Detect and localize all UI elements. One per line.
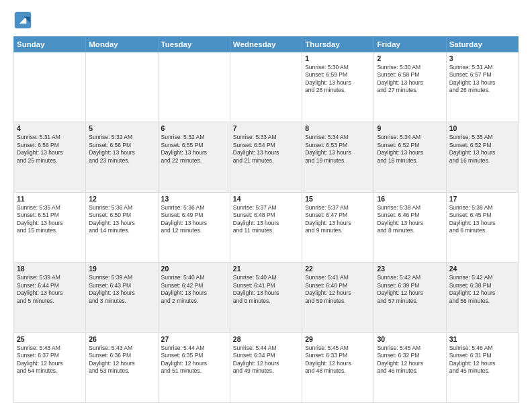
col-header-friday: Friday bbox=[374, 37, 446, 52]
day-number: 17 bbox=[449, 195, 515, 203]
day-info: Sunrise: 5:41 AM Sunset: 6:40 PM Dayligh… bbox=[305, 274, 371, 305]
day-info: Sunrise: 5:36 AM Sunset: 6:50 PM Dayligh… bbox=[89, 204, 154, 235]
day-number: 7 bbox=[233, 124, 299, 132]
day-cell: 5Sunrise: 5:32 AM Sunset: 6:56 PM Daylig… bbox=[86, 122, 158, 192]
day-info: Sunrise: 5:42 AM Sunset: 6:38 PM Dayligh… bbox=[449, 274, 515, 305]
day-cell: 22Sunrise: 5:41 AM Sunset: 6:40 PM Dayli… bbox=[302, 263, 374, 332]
day-cell: 16Sunrise: 5:38 AM Sunset: 6:46 PM Dayli… bbox=[374, 192, 446, 262]
day-cell: 15Sunrise: 5:37 AM Sunset: 6:47 PM Dayli… bbox=[302, 192, 374, 262]
day-cell: 29Sunrise: 5:45 AM Sunset: 6:33 PM Dayli… bbox=[302, 332, 374, 402]
col-header-wednesday: Wednesday bbox=[230, 37, 302, 52]
day-info: Sunrise: 5:37 AM Sunset: 6:48 PM Dayligh… bbox=[233, 204, 299, 235]
day-info: Sunrise: 5:34 AM Sunset: 6:52 PM Dayligh… bbox=[377, 134, 443, 165]
day-cell: 12Sunrise: 5:36 AM Sunset: 6:50 PM Dayli… bbox=[86, 192, 158, 262]
day-number: 21 bbox=[233, 265, 299, 273]
calendar-table: SundayMondayTuesdayWednesdayThursdayFrid… bbox=[13, 36, 519, 403]
day-cell: 2Sunrise: 5:30 AM Sunset: 6:58 PM Daylig… bbox=[374, 52, 446, 122]
col-header-sunday: Sunday bbox=[14, 37, 86, 52]
day-number: 16 bbox=[377, 195, 443, 203]
day-number: 14 bbox=[233, 195, 299, 203]
day-number: 19 bbox=[89, 265, 154, 273]
day-info: Sunrise: 5:34 AM Sunset: 6:53 PM Dayligh… bbox=[305, 134, 371, 165]
col-header-tuesday: Tuesday bbox=[158, 37, 230, 52]
day-info: Sunrise: 5:33 AM Sunset: 6:54 PM Dayligh… bbox=[233, 134, 299, 165]
day-number: 6 bbox=[161, 124, 227, 132]
day-info: Sunrise: 5:32 AM Sunset: 6:55 PM Dayligh… bbox=[161, 134, 227, 165]
day-cell: 10Sunrise: 5:35 AM Sunset: 6:52 PM Dayli… bbox=[446, 122, 518, 192]
day-number: 11 bbox=[17, 195, 83, 203]
col-header-saturday: Saturday bbox=[446, 37, 518, 52]
day-number: 22 bbox=[305, 265, 371, 273]
day-cell: 19Sunrise: 5:39 AM Sunset: 6:43 PM Dayli… bbox=[86, 263, 158, 332]
day-info: Sunrise: 5:43 AM Sunset: 6:36 PM Dayligh… bbox=[89, 345, 154, 375]
day-cell bbox=[230, 52, 302, 122]
day-number: 8 bbox=[305, 124, 371, 132]
day-info: Sunrise: 5:30 AM Sunset: 6:58 PM Dayligh… bbox=[377, 64, 443, 95]
day-info: Sunrise: 5:35 AM Sunset: 6:51 PM Dayligh… bbox=[17, 204, 83, 235]
day-number: 29 bbox=[305, 335, 371, 343]
logo bbox=[13, 11, 35, 30]
day-cell: 18Sunrise: 5:39 AM Sunset: 6:44 PM Dayli… bbox=[14, 263, 86, 332]
day-number: 28 bbox=[233, 335, 299, 343]
day-cell: 23Sunrise: 5:42 AM Sunset: 6:39 PM Dayli… bbox=[374, 263, 446, 332]
day-number: 4 bbox=[17, 124, 83, 132]
day-cell: 20Sunrise: 5:40 AM Sunset: 6:42 PM Dayli… bbox=[158, 263, 230, 332]
day-cell bbox=[86, 52, 158, 122]
day-cell: 11Sunrise: 5:35 AM Sunset: 6:51 PM Dayli… bbox=[14, 192, 86, 262]
day-cell: 4Sunrise: 5:31 AM Sunset: 6:56 PM Daylig… bbox=[14, 122, 86, 192]
day-number: 24 bbox=[449, 265, 515, 273]
day-cell: 27Sunrise: 5:44 AM Sunset: 6:35 PM Dayli… bbox=[158, 332, 230, 402]
day-info: Sunrise: 5:37 AM Sunset: 6:47 PM Dayligh… bbox=[305, 204, 371, 235]
day-cell: 31Sunrise: 5:46 AM Sunset: 6:31 PM Dayli… bbox=[446, 332, 518, 402]
day-cell bbox=[158, 52, 230, 122]
day-info: Sunrise: 5:44 AM Sunset: 6:35 PM Dayligh… bbox=[161, 345, 227, 375]
day-cell: 30Sunrise: 5:45 AM Sunset: 6:32 PM Dayli… bbox=[374, 332, 446, 402]
day-cell: 13Sunrise: 5:36 AM Sunset: 6:49 PM Dayli… bbox=[158, 192, 230, 262]
week-row-4: 18Sunrise: 5:39 AM Sunset: 6:44 PM Dayli… bbox=[14, 263, 519, 332]
day-info: Sunrise: 5:46 AM Sunset: 6:31 PM Dayligh… bbox=[449, 345, 515, 375]
day-cell: 6Sunrise: 5:32 AM Sunset: 6:55 PM Daylig… bbox=[158, 122, 230, 192]
day-cell: 14Sunrise: 5:37 AM Sunset: 6:48 PM Dayli… bbox=[230, 192, 302, 262]
day-info: Sunrise: 5:38 AM Sunset: 6:45 PM Dayligh… bbox=[449, 204, 515, 235]
day-info: Sunrise: 5:39 AM Sunset: 6:43 PM Dayligh… bbox=[89, 274, 154, 305]
col-header-thursday: Thursday bbox=[302, 37, 374, 52]
day-cell: 3Sunrise: 5:31 AM Sunset: 6:57 PM Daylig… bbox=[446, 52, 518, 122]
day-cell: 17Sunrise: 5:38 AM Sunset: 6:45 PM Dayli… bbox=[446, 192, 518, 262]
day-number: 20 bbox=[161, 265, 227, 273]
col-header-monday: Monday bbox=[86, 37, 158, 52]
day-cell: 1Sunrise: 5:30 AM Sunset: 6:59 PM Daylig… bbox=[302, 52, 374, 122]
day-info: Sunrise: 5:42 AM Sunset: 6:39 PM Dayligh… bbox=[377, 274, 443, 305]
page: SundayMondayTuesdayWednesdayThursdayFrid… bbox=[0, 0, 532, 411]
day-number: 3 bbox=[449, 54, 515, 62]
day-cell: 7Sunrise: 5:33 AM Sunset: 6:54 PM Daylig… bbox=[230, 122, 302, 192]
header bbox=[13, 11, 519, 30]
day-number: 10 bbox=[449, 124, 515, 132]
day-cell: 24Sunrise: 5:42 AM Sunset: 6:38 PM Dayli… bbox=[446, 263, 518, 332]
day-cell bbox=[14, 52, 86, 122]
day-info: Sunrise: 5:32 AM Sunset: 6:56 PM Dayligh… bbox=[89, 134, 154, 165]
day-info: Sunrise: 5:30 AM Sunset: 6:59 PM Dayligh… bbox=[305, 64, 371, 95]
day-info: Sunrise: 5:40 AM Sunset: 6:41 PM Dayligh… bbox=[233, 274, 299, 305]
day-number: 30 bbox=[377, 335, 443, 343]
day-info: Sunrise: 5:35 AM Sunset: 6:52 PM Dayligh… bbox=[449, 134, 515, 165]
day-cell: 26Sunrise: 5:43 AM Sunset: 6:36 PM Dayli… bbox=[86, 332, 158, 402]
week-row-5: 25Sunrise: 5:43 AM Sunset: 6:37 PM Dayli… bbox=[14, 332, 519, 402]
day-number: 15 bbox=[305, 195, 371, 203]
day-info: Sunrise: 5:45 AM Sunset: 6:32 PM Dayligh… bbox=[377, 345, 443, 375]
day-info: Sunrise: 5:43 AM Sunset: 6:37 PM Dayligh… bbox=[17, 345, 83, 375]
logo-icon bbox=[13, 11, 32, 30]
header-row: SundayMondayTuesdayWednesdayThursdayFrid… bbox=[14, 37, 519, 52]
day-cell: 25Sunrise: 5:43 AM Sunset: 6:37 PM Dayli… bbox=[14, 332, 86, 402]
day-number: 9 bbox=[377, 124, 443, 132]
day-number: 23 bbox=[377, 265, 443, 273]
day-cell: 28Sunrise: 5:44 AM Sunset: 6:34 PM Dayli… bbox=[230, 332, 302, 402]
day-cell: 9Sunrise: 5:34 AM Sunset: 6:52 PM Daylig… bbox=[374, 122, 446, 192]
day-info: Sunrise: 5:36 AM Sunset: 6:49 PM Dayligh… bbox=[161, 204, 227, 235]
day-info: Sunrise: 5:31 AM Sunset: 6:57 PM Dayligh… bbox=[449, 64, 515, 95]
day-number: 25 bbox=[17, 335, 83, 343]
day-number: 26 bbox=[89, 335, 154, 343]
day-info: Sunrise: 5:40 AM Sunset: 6:42 PM Dayligh… bbox=[161, 274, 227, 305]
day-cell: 21Sunrise: 5:40 AM Sunset: 6:41 PM Dayli… bbox=[230, 263, 302, 332]
day-info: Sunrise: 5:38 AM Sunset: 6:46 PM Dayligh… bbox=[377, 204, 443, 235]
day-info: Sunrise: 5:45 AM Sunset: 6:33 PM Dayligh… bbox=[305, 345, 371, 375]
